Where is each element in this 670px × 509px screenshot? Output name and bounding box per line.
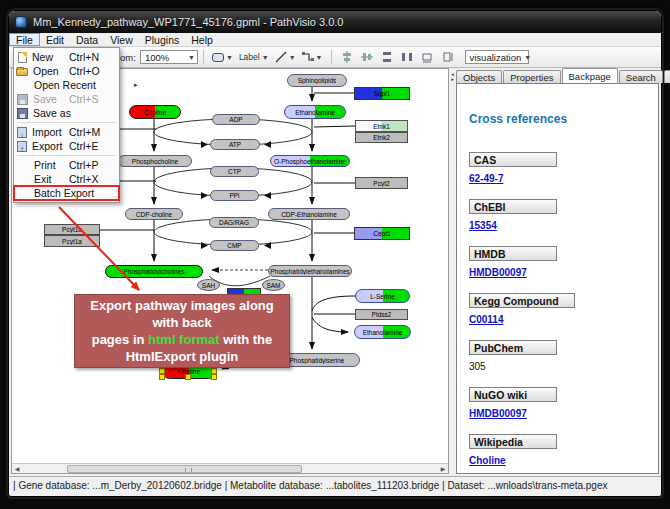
splitter-collapse-icons[interactable]: ◂▸: [449, 72, 456, 82]
pathway-node-etnk1[interactable]: Etnk1: [355, 120, 408, 132]
selection-handle[interactable]: [185, 374, 191, 380]
menu-file[interactable]: File: [9, 33, 40, 46]
pathway-node-pcyt2[interactable]: Pcyt2: [355, 177, 408, 189]
pathway-node-o-phosphoethanolamine[interactable]: O-Phosphoethanolamine: [270, 155, 350, 167]
scroll-right-icon[interactable]: ▶: [438, 464, 448, 473]
label-tool-button[interactable]: Label ▼: [238, 49, 270, 65]
pathway-node-sam[interactable]: SAM: [262, 279, 285, 291]
pathway-node-etnk2[interactable]: Etnk2: [355, 132, 408, 143]
pathway-node-label: Cept1: [373, 230, 390, 237]
scrollbar-thumb[interactable]: [67, 465, 302, 473]
tab-objects[interactable]: Objects: [456, 70, 502, 83]
selection-handle[interactable]: [211, 368, 217, 374]
pathway-node-label: CDP-Ethanolamine: [281, 211, 337, 218]
pathway-node-sah[interactable]: SAH: [197, 279, 220, 291]
line-tool-button[interactable]: ▼: [274, 49, 297, 65]
menu-view[interactable]: View: [104, 33, 139, 46]
file-menu-item-open-recent[interactable]: Open Recent▸: [14, 78, 119, 92]
pathway-node-cdp-ethanolamine[interactable]: CDP-Ethanolamine: [268, 208, 350, 220]
align-center-x-button[interactable]: [339, 49, 355, 65]
pathway-node-label: CMP: [227, 242, 241, 249]
file-menu-item-save-as[interactable]: Save as: [14, 106, 119, 120]
visualization-combobox[interactable]: visualization ▼: [465, 50, 529, 64]
file-menu-item-import[interactable]: ImportCtrl+M: [14, 125, 119, 139]
xref-source-header: Wikipedia: [469, 434, 557, 449]
selection-handle[interactable]: [211, 374, 217, 380]
zoom-combobox[interactable]: 100% ▼: [140, 50, 198, 64]
align-center-y-icon: [361, 51, 373, 63]
file-menu-item-print[interactable]: PrintCtrl+P: [14, 158, 119, 172]
selection-handle[interactable]: [159, 374, 165, 380]
menu-data[interactable]: Data: [70, 33, 104, 46]
scrollbar-grip: [185, 468, 192, 472]
pathway-node-pcyt1a[interactable]: Pcyt1a: [44, 235, 100, 247]
file-menu-item-open[interactable]: OpenCtrl+O: [14, 64, 119, 78]
title-bar[interactable]: Mm_Kennedy_pathway_WP1771_45176.gpml - P…: [9, 11, 661, 33]
xref-section-kegg-compound: Kegg CompoundC00114: [469, 293, 658, 327]
file-menu-item-save[interactable]: SaveCtrl+S: [14, 92, 119, 106]
align-center-y-button[interactable]: [359, 49, 375, 65]
xref-link[interactable]: HMDB00097: [469, 267, 527, 278]
file-menu-item-batch-export[interactable]: Batch Export: [14, 186, 119, 200]
pathway-node-label: DAG/RAG: [219, 219, 249, 226]
pathway-node-choline[interactable]: Choline: [129, 105, 181, 119]
pathway-node-ctp[interactable]: CTP: [210, 166, 259, 177]
pathway-node-cmp[interactable]: CMP: [210, 240, 259, 251]
menu-item-shortcut: Ctrl+S: [69, 93, 107, 105]
xref-link[interactable]: 15354: [469, 220, 497, 231]
pathway-node-ethanolamine[interactable]: Ethanolamine: [354, 325, 411, 339]
pathway-node-label: Etnk2: [373, 134, 390, 141]
pathway-node-pcyt1b[interactable]: Pcyt1b: [44, 224, 100, 235]
backpage-panel[interactable]: Cross references CAS62-49-7ChEBI15354HMD…: [456, 83, 659, 474]
annotation-highlight: html format: [148, 332, 220, 347]
menu-edit[interactable]: Edit: [40, 33, 70, 46]
connector-icon: [302, 51, 314, 63]
xref-link[interactable]: HMDB00097: [469, 408, 527, 419]
tab-search[interactable]: Search: [619, 70, 663, 83]
horizontal-scrollbar[interactable]: ◀ ▶: [12, 463, 448, 473]
menu-item-label: Exit: [34, 173, 69, 185]
distribute-vertical-button[interactable]: [379, 49, 395, 65]
pathway-node-cept1[interactable]: Cept1: [354, 227, 410, 240]
pathway-node-adp[interactable]: ADP: [212, 114, 260, 125]
pathway-node-phosphatidylcholines[interactable]: Phosphatidylcholines: [105, 265, 203, 278]
tab-backpage[interactable]: Backpage: [562, 68, 618, 83]
tab-properties[interactable]: Properties: [503, 70, 560, 83]
menu-item-shortcut: Ctrl+M: [69, 126, 107, 138]
common-height-button[interactable]: [439, 49, 455, 65]
file-menu-item-exit[interactable]: ExitCtrl+X: [14, 172, 119, 186]
scroll-left-icon[interactable]: ◀: [12, 464, 22, 473]
menu-help[interactable]: Help: [185, 33, 219, 46]
distribute-horizontal-button[interactable]: [399, 49, 415, 65]
pathway-node-atp[interactable]: ATP: [210, 139, 260, 150]
xref-source-header: CAS: [469, 152, 557, 167]
pathway-node-ptdss2[interactable]: Ptdss2: [355, 309, 408, 320]
pathway-node-phosphocholine[interactable]: Phosphocholine: [118, 155, 192, 167]
connector-tool-button[interactable]: ▼: [301, 49, 324, 65]
menu-plugins[interactable]: Plugins: [139, 33, 185, 46]
pathway-node-dag-rag[interactable]: DAG/RAG: [209, 217, 259, 228]
xref-section-wikipedia: WikipediaCholine: [469, 434, 658, 468]
pathway-node-ppi[interactable]: PPi: [210, 190, 259, 201]
xref-link[interactable]: C00114: [469, 314, 503, 325]
pathway-node-phosphatidylethanolamines[interactable]: Phosphatidylethanolamines: [268, 265, 352, 277]
pathway-node-l-serine[interactable]: L-Serine: [355, 289, 410, 303]
pathway-node-sphingolipids[interactable]: Sphingolipids: [287, 74, 347, 87]
distribute-horizontal-icon: [401, 51, 413, 63]
tab-legend[interactable]: Legend: [664, 70, 670, 83]
pathway-node-cdp-choline[interactable]: CDP-choline: [125, 208, 183, 220]
xref-source-header: NuGO wiki: [469, 387, 557, 402]
common-width-button[interactable]: [419, 49, 435, 65]
xref-link[interactable]: 62-49-7: [469, 173, 503, 184]
pathway-node-ethanolamine[interactable]: Ethanolamine: [284, 105, 346, 119]
panel-splitter[interactable]: ◂▸: [449, 68, 456, 474]
pathway-node-label: Pcyt1b: [62, 226, 82, 233]
pathway-node-sgpl1[interactable]: Sgpl1: [354, 87, 410, 100]
selection-handle[interactable]: [159, 368, 165, 374]
file-menu-item-export[interactable]: ExportCtrl+E: [14, 139, 119, 153]
menu-item-label: Batch Export: [34, 187, 94, 199]
menu-icon-placeholder: [16, 80, 29, 91]
file-menu-item-new[interactable]: NewCtrl+N: [14, 50, 119, 64]
xref-link[interactable]: Choline: [469, 455, 506, 466]
datanode-tool-button[interactable]: ▼: [211, 49, 234, 65]
